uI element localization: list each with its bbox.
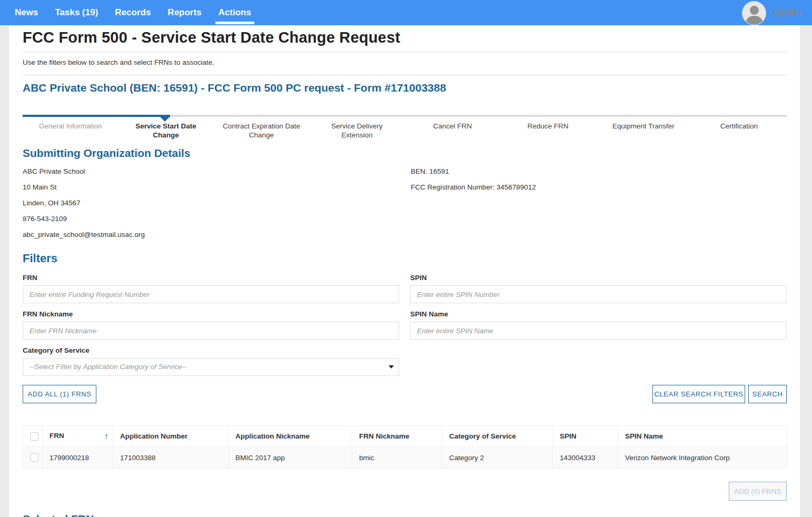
page-subtitle: Use the filters below to search and sele…: [23, 58, 214, 66]
org-ben: BEN: 16591: [411, 164, 536, 180]
frn-nickname-label: FRN Nickname: [23, 310, 73, 318]
wizard-step-certification[interactable]: Certification: [691, 122, 787, 140]
wizard-step-general-information[interactable]: General Information: [23, 122, 118, 140]
table-row: 1799000218 171003388 BMIC 2017 app bmic …: [23, 447, 787, 469]
org-phone: 876-543-2109: [23, 211, 145, 227]
category-of-service-value: --Select Filter by Application Category …: [29, 359, 187, 375]
wizard-step-service-delivery-extension[interactable]: Service Delivery Extension: [309, 122, 404, 140]
divider: [23, 52, 787, 52]
category-of-service-select[interactable]: --Select Filter by Application Category …: [23, 358, 399, 376]
wizard-steps: General Information Service Start Date C…: [23, 122, 787, 140]
wizard-step-contract-expiration-date-change[interactable]: Contract Expiration Date Change: [214, 122, 309, 140]
page-title: FCC Form 500 - Service Start Date Change…: [23, 28, 400, 46]
cell-frn: 1799000218: [43, 447, 113, 469]
nav-item-reports[interactable]: Reports: [159, 0, 210, 25]
brand-logo: Appian: [773, 6, 801, 18]
org-details-left-column: ABC Private School 10 Main St Linden, OH…: [23, 164, 145, 243]
org-details-right-column: BEN: 16591 FCC Registration Number: 3456…: [411, 164, 536, 195]
nav-item-news[interactable]: News: [6, 0, 46, 25]
nav-item-tasks[interactable]: Tasks (19): [46, 0, 106, 25]
wizard-active-step-arrow-icon: [160, 117, 170, 122]
org-details-heading: Submitting Organization Details: [23, 147, 191, 160]
wizard-step-service-start-date-change[interactable]: Service Start Date Change: [118, 122, 213, 140]
nav-item-records[interactable]: Records: [106, 0, 159, 25]
col-header-spin-name[interactable]: SPIN Name: [618, 426, 787, 447]
cell-spin-name: Verizon Network Integration Corp: [618, 447, 787, 469]
cell-spin: 143004333: [553, 447, 618, 469]
wizard-step-equipment-transfer[interactable]: Equipment Transfer: [596, 122, 691, 140]
cell-category-of-service: Category 2: [442, 447, 553, 469]
spin-name-label: SPIN Name: [410, 310, 448, 318]
avatar-shoulders-shape: [746, 16, 763, 25]
spin-label: SPIN: [410, 274, 427, 282]
user-avatar-icon[interactable]: [742, 1, 766, 25]
sort-ascending-icon: ↑: [104, 432, 108, 441]
org-fcc-registration-number: FCC Registration Number: 3456789012: [411, 180, 536, 195]
col-header-category-of-service[interactable]: Category of Service: [442, 426, 553, 447]
col-header-frn-nickname[interactable]: FRN Nickname: [352, 426, 442, 447]
clear-search-filters-button[interactable]: CLEAR SEARCH FILTERS: [652, 385, 745, 403]
category-of-service-label: Category of Service: [23, 346, 90, 354]
col-header-spin[interactable]: SPIN: [553, 426, 618, 447]
wizard-step-reduce-frn[interactable]: Reduce FRN: [500, 122, 596, 140]
spin-name-input[interactable]: [410, 322, 787, 340]
col-header-application-number[interactable]: Application Number: [113, 426, 229, 447]
add-selected-frns-button[interactable]: ADD (0) FRNS: [729, 482, 787, 501]
col-header-application-nickname[interactable]: Application Nickname: [229, 426, 352, 447]
org-street: 10 Main St: [23, 180, 145, 195]
select-all-checkbox[interactable]: [30, 432, 38, 441]
frn-input[interactable]: [23, 285, 399, 303]
selected-frns-heading: Selected FRNs: [23, 513, 100, 517]
col-header-frn[interactable]: FRN↑: [43, 426, 113, 447]
content-card: FCC Form 500 - Service Start Date Change…: [9, 25, 800, 517]
search-button[interactable]: SEARCH: [748, 385, 787, 403]
add-all-frns-button[interactable]: ADD ALL (1) FRNS: [23, 385, 96, 403]
wizard-step-cancel-frn[interactable]: Cancel FRN: [405, 122, 500, 140]
cell-application-nickname: BMIC 2017 app: [229, 447, 352, 469]
select-caret-icon: [389, 365, 394, 369]
frn-results-table: FRN↑ Application Number Application Nick…: [23, 425, 787, 469]
wizard-progress-bar: [23, 115, 787, 117]
form-heading: ABC Private School (BEN: 16591) - FCC Fo…: [23, 82, 446, 94]
frn-nickname-input[interactable]: [23, 322, 399, 340]
filters-heading: Filters: [23, 252, 57, 265]
frn-label: FRN: [23, 274, 37, 282]
table-header-row: FRN↑ Application Number Application Nick…: [23, 426, 787, 447]
top-navbar: News Tasks (19) Records Reports Actions …: [0, 0, 812, 25]
nav-item-actions[interactable]: Actions: [210, 0, 260, 25]
wizard-progress-fill: [23, 115, 170, 117]
org-name: ABC Private School: [23, 164, 145, 180]
org-email: abc_private_school@testmail.usac.org: [23, 227, 145, 243]
spin-input[interactable]: [410, 285, 787, 303]
cell-application-number: 171003388: [113, 447, 229, 469]
org-city-state-zip: Linden, OH 34567: [23, 195, 145, 211]
divider: [23, 75, 787, 75]
cell-frn-nickname: bmic: [352, 447, 442, 469]
row-checkbox[interactable]: [30, 453, 38, 462]
avatar-head-shape: [750, 6, 759, 15]
